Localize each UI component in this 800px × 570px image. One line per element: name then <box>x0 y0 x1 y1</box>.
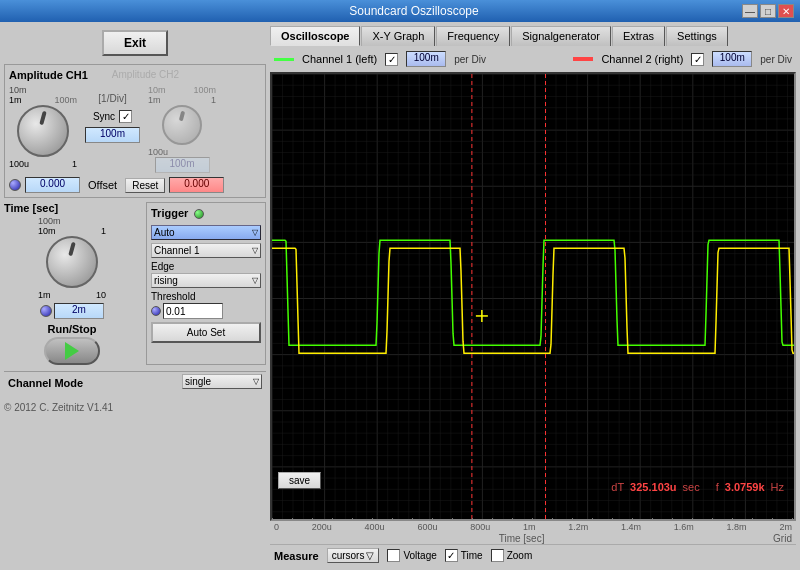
channel-mode-arrow: ▽ <box>253 377 259 386</box>
ch1-knob-wrap: 10m 1m 100m 100u 1 <box>9 85 77 169</box>
time-value-row: 2m <box>40 303 104 319</box>
time-top-scale: 100m <box>38 216 106 226</box>
trigger-channel-value: Channel 1 <box>154 245 200 256</box>
ch1-amplitude-knob[interactable] <box>17 105 69 157</box>
trigger-mode-dropdown[interactable]: Auto ▽ <box>151 225 261 240</box>
edge-dropdown[interactable]: rising ▽ <box>151 273 261 288</box>
save-button[interactable]: save <box>278 472 321 489</box>
time-measure-label: Time <box>461 550 483 561</box>
knobs-row: 10m 1m 100m 100u 1 [1/Div] <box>9 85 261 173</box>
ch1-top-scale: 10m <box>9 85 77 95</box>
ch2-color-indicator <box>573 57 593 61</box>
tab-xy-graph[interactable]: X-Y Graph <box>361 26 435 46</box>
zoom-checkbox[interactable] <box>491 549 504 562</box>
dt-value: 325.103u <box>630 481 676 493</box>
channel-mode-dropdown[interactable]: single ▽ <box>182 374 262 389</box>
amplitude-title: Amplitude CH1 Amplitude CH2 <box>9 69 261 81</box>
ch1-mid-labels: 1m 100m <box>9 95 77 105</box>
close-button[interactable]: ✕ <box>778 4 794 18</box>
time-value-input[interactable]: 2m <box>54 303 104 319</box>
ch2-perdiv-label: per Div <box>760 54 792 65</box>
tabs-row: Oscilloscope X-Y Graph Frequency Signalg… <box>270 26 796 46</box>
trigger-mode-arrow: ▽ <box>252 228 258 237</box>
time-checkbox[interactable]: ✓ <box>445 549 458 562</box>
main-container: Exit Amplitude CH1 Amplitude CH2 10m 1m … <box>0 22 800 570</box>
sec-label: sec <box>683 481 700 493</box>
threshold-indicator <box>151 306 161 316</box>
offset-label: Offset <box>88 179 117 191</box>
edge-label: Edge <box>151 261 261 272</box>
time-axis-title: Time [sec] Grid <box>270 533 796 544</box>
tab-oscilloscope[interactable]: Oscilloscope <box>270 26 360 46</box>
trigger-channel-dropdown[interactable]: Channel 1 ▽ <box>151 243 261 258</box>
time-check-group: ✓ Time <box>445 549 483 562</box>
ch1-offset-indicator <box>9 179 21 191</box>
amplitude-section: Amplitude CH1 Amplitude CH2 10m 1m 100m <box>4 64 266 198</box>
measure-mode-dropdown[interactable]: cursors ▽ <box>327 548 380 563</box>
auto-set-button[interactable]: Auto Set <box>151 322 261 343</box>
ch1-perdiv-input[interactable]: 100m <box>406 51 446 67</box>
sync-checkbox[interactable]: ✓ <box>119 110 132 123</box>
ch1-checkbox[interactable]: ✓ <box>385 53 398 66</box>
ch1-channel-label: Channel 1 (left) <box>302 53 377 65</box>
copyright-label: © 2012 C. Zeitnitz V1.41 <box>4 402 266 413</box>
threshold-label: Threshold <box>151 291 261 302</box>
ch2-knob-wrap: 10m 100m 1m 1 100u 100m <box>148 85 216 173</box>
measure-mode-arrow: ▽ <box>366 550 374 561</box>
time-section: Time [sec] 100m 10m 1 1m 10 <box>4 202 140 365</box>
window-controls: — □ ✕ <box>742 4 794 18</box>
run-stop-button[interactable] <box>44 337 100 365</box>
ch1-perdiv-label: per Div <box>454 54 486 65</box>
right-panel: Oscilloscope X-Y Graph Frequency Signalg… <box>270 22 800 570</box>
threshold-input-row <box>151 303 261 319</box>
tab-extras[interactable]: Extras <box>612 26 665 46</box>
trigger-led <box>194 209 204 219</box>
trigger-header: Trigger <box>151 207 261 221</box>
sync-row: Sync ✓ <box>93 110 132 123</box>
sync-label: Sync <box>93 111 115 122</box>
threshold-input[interactable] <box>163 303 223 319</box>
ch2-perdiv-input[interactable]: 100m <box>712 51 752 67</box>
measure-label: Measure <box>274 550 319 562</box>
tab-frequency[interactable]: Frequency <box>436 26 510 46</box>
exit-btn-row: Exit <box>4 26 266 60</box>
exit-button[interactable]: Exit <box>102 30 168 56</box>
ch2-offset-input[interactable]: 0.000 <box>169 177 224 193</box>
measure-bar: Measure cursors ▽ Voltage ✓ Time Zoom <box>270 544 796 566</box>
ch2-amplitude-label: Amplitude CH2 <box>112 69 179 81</box>
ch2-mid-labels: 1m 1 <box>148 95 216 105</box>
minimize-button[interactable]: — <box>742 4 758 18</box>
ch2-amplitude-knob[interactable] <box>162 105 202 145</box>
time-mid-scale: 10m 1 <box>38 226 106 236</box>
run-stop-label: Run/Stop <box>48 323 97 335</box>
time-trigger-row: Time [sec] 100m 10m 1 1m 10 <box>4 202 266 365</box>
time-bot-scale: 1m 10 <box>38 290 106 300</box>
tab-settings[interactable]: Settings <box>666 26 728 46</box>
measure-mode-value: cursors <box>332 550 365 561</box>
f-label: f <box>716 481 719 493</box>
channel-mode-label: Channel Mode <box>8 377 83 389</box>
channel-mode-value: single <box>185 376 211 387</box>
ch1-color-indicator <box>274 58 294 61</box>
reset-button[interactable]: Reset <box>125 178 165 193</box>
scope-canvas[interactable] <box>272 74 796 521</box>
ch2-checkbox[interactable]: ✓ <box>691 53 704 66</box>
time-knob-wrap: 100m 10m 1 1m 10 2m <box>4 216 140 319</box>
ch1-offset-input[interactable]: 0.000 <box>25 177 80 193</box>
edge-value: rising <box>154 275 178 286</box>
zoom-label: Zoom <box>507 550 533 561</box>
grid-label: Grid <box>773 533 796 544</box>
ch1-value-display[interactable]: 100m <box>85 127 140 143</box>
ch1-bot-labels: 100u 1 <box>9 159 77 169</box>
tab-signalgenerator[interactable]: Signalgenerator <box>511 26 611 46</box>
time-axis: 0 200u 400u 600u 800u 1m 1.2m 1.4m 1.6m … <box>270 521 796 533</box>
time-knob[interactable] <box>46 236 98 288</box>
ch2-value-display[interactable]: 100m <box>155 157 210 173</box>
maximize-button[interactable]: □ <box>760 4 776 18</box>
channel-controls: Channel 1 (left) ✓ 100m per Div Channel … <box>270 49 796 69</box>
ch2-channel-label: Channel 2 (right) <box>601 53 683 65</box>
ch2-bot-labels: 100u <box>148 147 216 157</box>
edge-arrow: ▽ <box>252 276 258 285</box>
voltage-check-group: Voltage <box>387 549 436 562</box>
voltage-checkbox[interactable] <box>387 549 400 562</box>
